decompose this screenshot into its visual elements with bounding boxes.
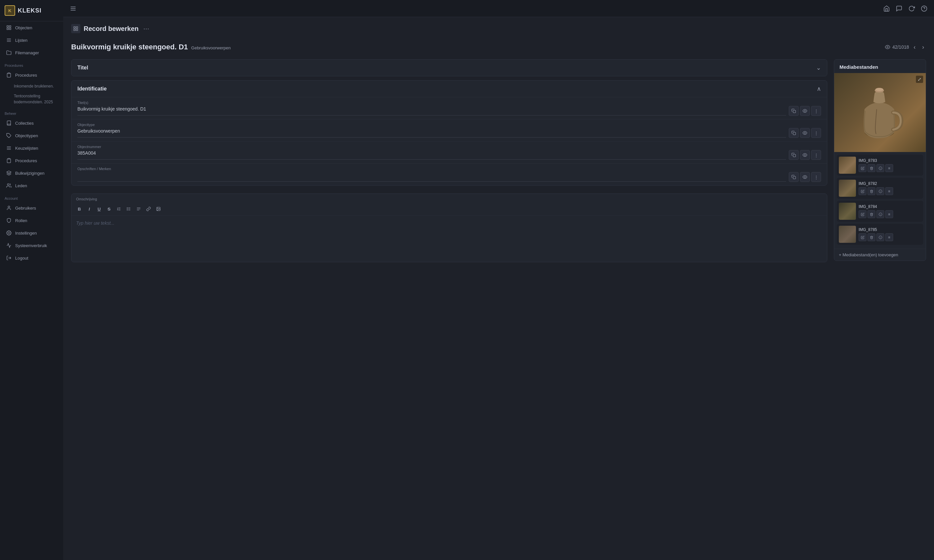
field-copy-objecttype[interactable] (789, 128, 799, 138)
media-drag-8783[interactable]: ≡ (885, 164, 893, 172)
media-delete-8784[interactable] (868, 210, 875, 218)
media-delete-8783[interactable] (868, 164, 875, 172)
field-view-objectnummer[interactable] (800, 150, 810, 160)
field-value-objectnummer[interactable]: 385A004 (77, 150, 786, 160)
topbar-left (70, 5, 76, 12)
field-view-objecttype[interactable] (800, 128, 810, 138)
media-edit-8784[interactable] (858, 210, 866, 218)
record-title-bar: Buikvormig kruikje steengoed. D1 Gebruik… (71, 40, 926, 54)
identificatie-section: Identificatie ∧ Titel(s) Buikvormig krui… (71, 80, 827, 186)
strikethrough-button[interactable]: S (104, 204, 114, 214)
sidebar-label-filemanager: Filemanager (15, 50, 39, 55)
next-record-button[interactable]: › (920, 43, 926, 51)
editor-toolbar: B I U S (71, 202, 827, 216)
sidebar-item-tentoonstelling[interactable]: Tentoonstelling bodemvondsten. 2025 (0, 91, 63, 107)
media-info-8783[interactable] (876, 164, 884, 172)
sidebar-item-objecttypen[interactable]: Objecttypen (1, 130, 62, 142)
identificatie-chevron-icon: ∧ (817, 85, 821, 92)
prev-record-button[interactable]: ‹ (912, 43, 917, 51)
record-main-title: Buikvormig kruikje steengoed. D1 (71, 43, 188, 51)
sidebar-label-logout: Logout (15, 255, 28, 261)
field-view-opschriften[interactable] (800, 172, 810, 182)
media-edit-8782[interactable] (858, 187, 866, 195)
field-copy-objectnummer[interactable] (789, 150, 799, 160)
sidebar-item-bulkwijzigingen[interactable]: Bulkwijzigingen (1, 167, 62, 179)
field-more-objectnummer[interactable]: ⋮ (811, 150, 821, 160)
sidebar-item-objecten[interactable]: Objecten (1, 22, 62, 34)
media-edit-8783[interactable] (858, 164, 866, 172)
add-media-button[interactable]: + Mediabestand(en) toevoegen (834, 249, 926, 261)
media-delete-8785[interactable] (868, 233, 875, 241)
sidebar-label-procedures: Procedures (15, 73, 37, 78)
sidebar-item-inkomende[interactable]: Inkomende bruiklenen. (0, 81, 63, 91)
titel-section-header[interactable]: Titel ⌄ (71, 60, 827, 76)
shield-icon (6, 217, 12, 223)
svg-marker-13 (6, 171, 11, 173)
expand-icon[interactable]: ⤢ (916, 76, 923, 83)
field-more-titels[interactable]: ⋮ (811, 106, 821, 116)
field-copy-titels[interactable] (789, 106, 799, 116)
bold-button[interactable]: B (75, 204, 84, 214)
more-menu-button[interactable]: ⋯ (142, 24, 151, 34)
field-objecttype: Objecttype Gebruiksvoorwerpen ⋮ (71, 119, 827, 141)
field-content-objectnummer: 385A004 ⋮ (77, 150, 821, 160)
menu-button[interactable] (70, 5, 76, 12)
field-copy-opschriften[interactable] (789, 172, 799, 182)
sidebar-item-gebruikers[interactable]: Gebruikers (1, 202, 62, 214)
sidebar-item-keuzelijsten[interactable]: Keuzelijsten (1, 142, 62, 154)
home-button[interactable] (883, 5, 890, 12)
right-column: Mediabestanden (834, 59, 926, 554)
sidebar-item-rollen[interactable]: Rollen (1, 214, 62, 226)
main-area: Record bewerken ⋯ Buikvormig kruikje ste… (63, 0, 934, 560)
field-more-opschriften[interactable]: ⋮ (811, 172, 821, 182)
messages-button[interactable] (896, 5, 902, 12)
sidebar-item-filemanager[interactable]: Filemanager (1, 47, 62, 58)
sidebar-item-systeemverbruik[interactable]: Systeemverbruik (1, 240, 62, 251)
svg-rect-7 (8, 73, 9, 74)
sidebar-item-lijsten[interactable]: Lijsten (1, 34, 62, 46)
link-button[interactable] (144, 204, 153, 214)
sidebar-item-procedures2[interactable]: Procedures (1, 155, 62, 166)
media-thumb-8782 (839, 180, 856, 197)
underline-button[interactable]: U (94, 204, 104, 214)
media-drag-8784[interactable]: ≡ (885, 210, 893, 218)
left-column: Titel ⌄ Identificatie ∧ Titel(s) Buikvor… (71, 59, 827, 554)
media-info-8782[interactable] (876, 187, 884, 195)
media-drag-8782[interactable]: ≡ (885, 187, 893, 195)
help-button[interactable] (921, 5, 928, 12)
media-edit-8785[interactable] (858, 233, 866, 241)
media-thumb-8784 (839, 203, 856, 220)
field-value-objecttype[interactable]: Gebruiksvoorwerpen (77, 128, 786, 137)
field-label-titels: Titel(s) (77, 101, 821, 105)
list-icon (6, 37, 12, 43)
sidebar-item-leden[interactable]: Leden (1, 180, 62, 191)
sidebar-item-logout[interactable]: Logout (1, 252, 62, 264)
sidebar-item-collecties[interactable]: Collecties (1, 117, 62, 129)
refresh-button[interactable] (908, 5, 915, 12)
record-title-left: Buikvormig kruikje steengoed. D1 Gebruik… (71, 43, 231, 51)
field-view-titels[interactable] (800, 106, 810, 116)
media-drag-8785[interactable]: ≡ (885, 233, 893, 241)
unordered-list-button[interactable] (124, 204, 133, 214)
align-button[interactable] (134, 204, 143, 214)
sidebar-item-instellingen[interactable]: Instellingen (1, 227, 62, 239)
identificatie-section-header[interactable]: Identificatie ∧ (71, 81, 827, 97)
media-info-8785[interactable] (876, 233, 884, 241)
media-delete-8782[interactable] (868, 187, 875, 195)
svg-point-15 (8, 206, 9, 208)
omschrijving-textarea[interactable]: Typ hier uw tekst... (71, 216, 827, 262)
folder-icon (6, 50, 12, 55)
media-main-image: ⤢ (834, 73, 926, 152)
field-content-objecttype: Gebruiksvoorwerpen ⋮ (77, 128, 821, 138)
media-info-8784[interactable] (876, 210, 884, 218)
field-value-titels[interactable]: Buikvormig kruikje steengoed. D1 (77, 106, 786, 115)
field-more-objecttype[interactable]: ⋮ (811, 128, 821, 138)
italic-button[interactable]: I (85, 204, 94, 214)
field-actions-opschriften: ⋮ (789, 172, 821, 182)
field-value-opschriften[interactable] (77, 172, 786, 182)
sidebar-item-procedures[interactable]: Procedures (1, 69, 62, 81)
ordered-list-button[interactable] (114, 204, 124, 214)
image-insert-button[interactable] (154, 204, 163, 214)
svg-rect-26 (76, 29, 78, 31)
grid-icon (6, 25, 12, 31)
